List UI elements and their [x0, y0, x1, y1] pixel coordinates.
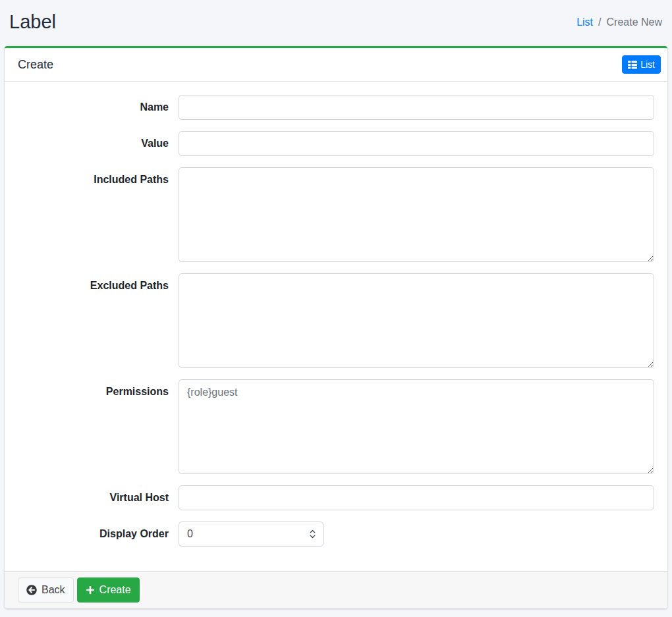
- list-button[interactable]: List: [622, 55, 661, 74]
- display-order-input[interactable]: [179, 522, 323, 547]
- name-input[interactable]: [179, 95, 654, 120]
- back-button-label: Back: [42, 582, 65, 598]
- number-spinner[interactable]: [310, 529, 316, 539]
- arrow-circle-left-icon: [26, 585, 37, 595]
- form-group-included-paths: Included Paths: [18, 167, 654, 262]
- card-title: Create: [18, 58, 53, 72]
- form-group-virtual-host: Virtual Host: [18, 485, 654, 510]
- permissions-label: Permissions: [18, 379, 169, 474]
- breadcrumb: List / Create New: [576, 16, 662, 28]
- back-button[interactable]: Back: [18, 577, 74, 603]
- card-header: Create List: [5, 48, 667, 82]
- page-title: Label: [9, 9, 56, 35]
- card-footer: Back Create: [5, 571, 667, 608]
- form-group-value: Value: [18, 131, 654, 156]
- breadcrumb-link-list[interactable]: List: [576, 16, 593, 28]
- name-label: Name: [18, 95, 169, 120]
- included-paths-textarea[interactable]: [179, 167, 654, 262]
- excluded-paths-label: Excluded Paths: [18, 273, 169, 368]
- value-label: Value: [18, 131, 169, 156]
- page: Label List / Create New Create: [0, 0, 672, 608]
- form-group-name: Name: [18, 95, 654, 120]
- content-header: Label List / Create New: [0, 0, 672, 46]
- virtual-host-input[interactable]: [179, 485, 654, 510]
- list-button-label: List: [640, 59, 655, 70]
- included-paths-label: Included Paths: [18, 167, 169, 262]
- display-order-field: [179, 522, 323, 547]
- plus-icon: [86, 585, 95, 595]
- breadcrumb-current: Create New: [607, 16, 662, 28]
- virtual-host-label: Virtual Host: [18, 485, 169, 510]
- create-card: Create List Name: [5, 46, 667, 608]
- create-button[interactable]: Create: [77, 577, 140, 603]
- card-body: Name Value Included Paths Excluded Paths: [5, 82, 667, 571]
- form-group-excluded-paths: Excluded Paths: [18, 273, 654, 368]
- display-order-label: Display Order: [18, 522, 169, 547]
- breadcrumb-separator: /: [598, 16, 601, 28]
- form-group-display-order: Display Order: [18, 522, 654, 547]
- create-button-label: Create: [99, 582, 131, 598]
- excluded-paths-textarea[interactable]: [179, 273, 654, 368]
- value-input[interactable]: [179, 131, 654, 156]
- form-group-permissions: Permissions: [18, 379, 654, 474]
- chevron-down-icon[interactable]: [310, 535, 316, 539]
- chevron-up-icon[interactable]: [310, 529, 316, 533]
- permissions-textarea[interactable]: [179, 379, 654, 474]
- th-list-icon: [628, 61, 637, 69]
